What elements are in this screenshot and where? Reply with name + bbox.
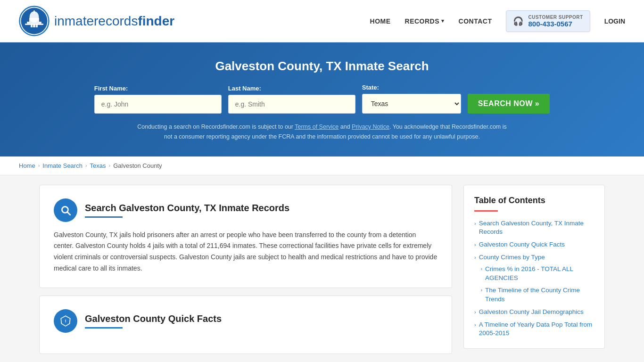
card-underline-2 [85, 327, 123, 329]
first-name-label: First Name: [94, 85, 222, 92]
toc-item: ›Galveston County Jail Demographics [474, 308, 594, 317]
hero-disclaimer: Conducting a search on Recordsfinder.com… [133, 122, 511, 142]
breadcrumb-sep-2: › [85, 163, 87, 168]
chevron-right-icon: › [474, 255, 476, 260]
card-title-1: Search Galveston County, TX Inmate Recor… [85, 203, 289, 214]
content-left: Search Galveston County, TX Inmate Recor… [39, 185, 452, 362]
breadcrumb-sep-1: › [38, 163, 40, 168]
card-quick-facts: ! Galveston County Quick Facts [39, 296, 452, 354]
site-header: inmaterecordsfinder HOME RECORDS ▾ CONTA… [0, 0, 644, 42]
info-icon: ! [59, 315, 72, 327]
nav-contact[interactable]: CONTACT [459, 17, 492, 25]
support-number: 800-433-0567 [528, 20, 583, 28]
search-icon [59, 204, 72, 216]
privacy-link[interactable]: Privacy Notice [352, 123, 389, 130]
last-name-input[interactable] [228, 95, 355, 114]
support-box[interactable]: 🎧 CUSTOMER SUPPORT 800-433-0567 [506, 10, 590, 32]
svg-rect-7 [36, 24, 38, 27]
chevron-right-icon: › [481, 288, 482, 293]
toc-item: ›Search Galveston County, TX Inmate Reco… [474, 219, 594, 237]
toc-link[interactable]: Galveston County Jail Demographics [479, 308, 584, 315]
breadcrumb: Home › Inmate Search › Texas › Galveston… [0, 156, 644, 175]
toc-sublist: ›Crimes % in 2016 - TOTAL ALL AGENCIES›T… [481, 265, 594, 304]
content-right: Table of Contents ›Search Galveston Coun… [463, 185, 605, 362]
state-label: State: [362, 84, 461, 91]
breadcrumb-texas[interactable]: Texas [90, 162, 106, 169]
card-header-2: ! Galveston County Quick Facts [54, 309, 438, 333]
toc-item: ›County Crimes by Type›Crimes % in 2016 … [474, 253, 594, 304]
card-icon-search [54, 198, 77, 222]
toc-sub-link[interactable]: Crimes % in 2016 - TOTAL ALL AGENCIES [485, 265, 594, 283]
tos-link[interactable]: Terms of Service [295, 123, 339, 130]
card-inmate-records: Search Galveston County, TX Inmate Recor… [39, 185, 452, 288]
card-icon-info: ! [54, 309, 77, 333]
nav-home[interactable]: HOME [370, 17, 391, 25]
chevron-right-icon: › [474, 242, 476, 247]
svg-rect-10 [34, 10, 35, 12]
hero-title: Galveston County, TX Inmate Search [19, 59, 625, 74]
hero-section: Galveston County, TX Inmate Search First… [0, 42, 644, 156]
site-logo-icon [19, 6, 50, 36]
toc-title: Table of Contents [474, 196, 594, 206]
logo-text: inmaterecordsfinder [54, 14, 174, 29]
support-label: CUSTOMER SUPPORT [528, 15, 583, 20]
nav-login[interactable]: LOGIN [604, 17, 625, 25]
svg-rect-6 [31, 24, 33, 27]
svg-rect-8 [33, 24, 35, 27]
toc-card: Table of Contents ›Search Galveston Coun… [463, 185, 605, 349]
chevron-right-icon: › [474, 221, 476, 226]
toc-link[interactable]: Search Galveston County, TX Inmate Recor… [479, 220, 584, 236]
nav-records[interactable]: RECORDS ▾ [405, 17, 445, 25]
breadcrumb-home[interactable]: Home [19, 162, 35, 169]
svg-rect-3 [27, 22, 41, 24]
breadcrumb-inmate-search[interactable]: Inmate Search [42, 162, 83, 169]
logo-area: inmaterecordsfinder [19, 6, 174, 36]
search-form: First Name: Last Name: State: AlabamaAla… [19, 84, 625, 114]
toc-sub-link[interactable]: The Timeline of the County Crime Trends [485, 286, 594, 304]
main-content: Search Galveston County, TX Inmate Recor… [20, 175, 624, 362]
first-name-group: First Name: [94, 85, 222, 114]
chevron-right-icon: › [474, 309, 476, 315]
card-underline-1 [85, 216, 123, 218]
toc-item: ›A Timeline of Yearly Data Pop Total fro… [474, 321, 594, 338]
last-name-group: Last Name: [228, 85, 355, 114]
toc-link[interactable]: A Timeline of Yearly Data Pop Total from… [479, 321, 593, 337]
toc-list: ›Search Galveston County, TX Inmate Reco… [474, 219, 594, 338]
chevron-down-icon: ▾ [441, 18, 445, 24]
toc-sub-item: ›The Timeline of the County Crime Trends [481, 286, 594, 304]
last-name-label: Last Name: [228, 85, 355, 92]
breadcrumb-sep-3: › [109, 163, 111, 168]
breadcrumb-current: Galveston County [113, 162, 162, 169]
card-title-2: Galveston County Quick Facts [85, 313, 222, 324]
svg-rect-5 [29, 18, 39, 22]
search-button[interactable]: SEARCH NOW » [468, 94, 550, 114]
chevron-right-icon: › [481, 266, 482, 272]
state-select[interactable]: AlabamaAlaskaArizonaArkansasCaliforniaCo… [362, 94, 461, 114]
state-group: State: AlabamaAlaskaArizonaArkansasCalif… [362, 84, 461, 114]
svg-text:!: ! [65, 318, 66, 323]
main-nav: HOME RECORDS ▾ CONTACT 🎧 CUSTOMER SUPPOR… [370, 10, 625, 32]
card-body-1: Galveston County, TX jails hold prisoner… [54, 230, 438, 274]
toc-link[interactable]: Galveston County Quick Facts [479, 241, 565, 248]
card-header-1: Search Galveston County, TX Inmate Recor… [54, 198, 438, 222]
toc-link[interactable]: County Crimes by Type [479, 254, 545, 261]
phone-icon: 🎧 [513, 16, 523, 26]
first-name-input[interactable] [94, 95, 222, 114]
toc-item: ›Galveston County Quick Facts [474, 240, 594, 249]
toc-divider [474, 210, 498, 212]
toc-sub-item: ›Crimes % in 2016 - TOTAL ALL AGENCIES [481, 265, 594, 283]
chevron-right-icon: › [474, 322, 476, 328]
